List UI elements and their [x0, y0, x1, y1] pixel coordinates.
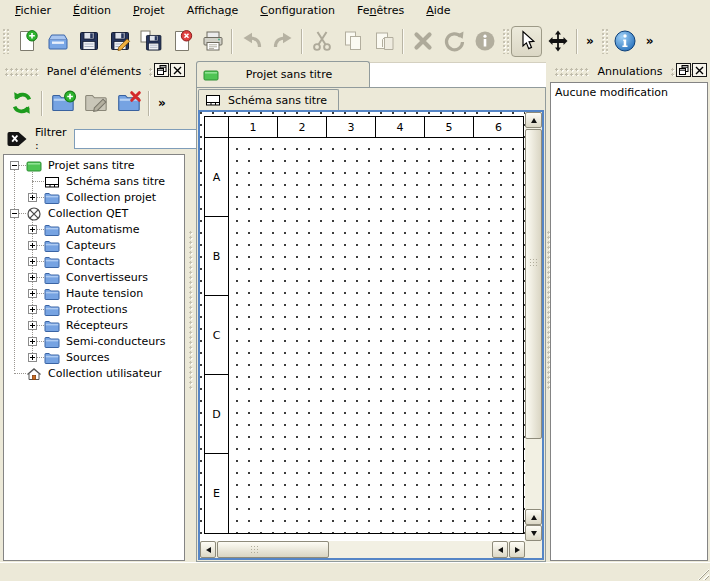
- row-header: C: [205, 296, 229, 375]
- tree-item[interactable]: Schéma sans titre: [4, 174, 184, 190]
- reload-collections-button[interactable]: [5, 86, 38, 120]
- save-as-button[interactable]: [104, 26, 135, 57]
- filter-label: Filtrer :: [35, 126, 67, 152]
- copy-button[interactable]: [337, 26, 368, 57]
- diagram-icon: [44, 174, 60, 190]
- tree-item[interactable]: Convertisseurs: [4, 270, 184, 286]
- menu-item-fenetres[interactable]: Fenêtres: [346, 1, 415, 21]
- delete-category-button[interactable]: [112, 86, 145, 120]
- toolbar-overflow-button[interactable]: »: [581, 34, 599, 48]
- float-panel-button[interactable]: [154, 63, 169, 77]
- toolbar-drag-handle[interactable]: [2, 28, 9, 54]
- scroll-left-button-2[interactable]: [492, 541, 508, 558]
- close-file-button[interactable]: [166, 26, 197, 57]
- vertical-scrollbar[interactable]: [525, 112, 542, 541]
- tree-expand-icon[interactable]: [28, 321, 37, 330]
- paste-button[interactable]: [368, 26, 399, 57]
- cut-button[interactable]: [306, 26, 337, 57]
- move-mode-button[interactable]: [542, 26, 573, 57]
- tree-item[interactable]: Collection utilisateur: [4, 366, 184, 382]
- vertical-scroll-thumb[interactable]: [525, 129, 542, 439]
- left-splitter[interactable]: [188, 60, 194, 562]
- edit-category-button[interactable]: [79, 86, 112, 120]
- tree-guide: [37, 357, 44, 358]
- menu-item-projet[interactable]: Projet: [122, 1, 176, 21]
- information-button[interactable]: [469, 26, 500, 57]
- tree-item[interactable]: Collection projet: [4, 190, 184, 206]
- tree-item[interactable]: Automatisme: [4, 222, 184, 238]
- resize-grip[interactable]: [696, 567, 709, 580]
- menu-item-edition[interactable]: Édition: [62, 1, 122, 21]
- tree-guide: [37, 229, 44, 230]
- scroll-up-button-2[interactable]: [525, 509, 542, 525]
- tree-item[interactable]: Sources: [4, 350, 184, 366]
- elements-panel-dock: Panel d'éléments » Filtrer : Projet sans…: [0, 60, 188, 562]
- column-header: 3: [327, 117, 376, 138]
- tree-expand-icon[interactable]: [28, 225, 37, 234]
- tree-expand-icon[interactable]: [28, 353, 37, 362]
- rotate-button[interactable]: [438, 26, 469, 57]
- tree-item[interactable]: Protections: [4, 302, 184, 318]
- clear-filter-button[interactable]: [7, 131, 28, 147]
- menu-item-aide[interactable]: Aide: [415, 1, 461, 21]
- redo-button[interactable]: [267, 26, 298, 57]
- scroll-right-button[interactable]: [509, 541, 525, 558]
- selection-mode-button[interactable]: [511, 26, 542, 57]
- tree-collapse-icon[interactable]: [10, 161, 19, 170]
- undo-panel-dock: Annulations Aucune modification: [550, 60, 710, 562]
- tree-item[interactable]: Collection QET: [4, 206, 184, 222]
- undo-history-list[interactable]: Aucune modification: [550, 82, 708, 561]
- save-all-button[interactable]: [135, 26, 166, 57]
- save-button[interactable]: [73, 26, 104, 57]
- tree-expand-icon[interactable]: [28, 273, 37, 282]
- close-panel-button[interactable]: [692, 63, 707, 77]
- toolbar-overflow-button[interactable]: »: [641, 34, 659, 48]
- undo-history-item[interactable]: Aucune modification: [555, 85, 703, 100]
- menu-item-affichage[interactable]: Affichage: [176, 1, 250, 21]
- tree-expand-icon[interactable]: [28, 337, 37, 346]
- tree-collapse-icon[interactable]: [10, 209, 19, 218]
- toolbar-drag-handle[interactable]: [601, 28, 608, 54]
- tree-item[interactable]: Projet sans titre: [4, 158, 184, 174]
- menu-bar: FichierÉditionProjetAffichageConfigurati…: [0, 0, 710, 22]
- tree-item-label: Capteurs: [66, 239, 116, 252]
- tree-expand-icon[interactable]: [28, 305, 37, 314]
- delete-button[interactable]: [407, 26, 438, 57]
- tree-item[interactable]: Haute tension: [4, 286, 184, 302]
- diagram-tab[interactable]: Schéma sans titre: [198, 89, 339, 110]
- print-button[interactable]: [197, 26, 228, 57]
- tree-item[interactable]: Récepteurs: [4, 318, 184, 334]
- tree-item[interactable]: Capteurs: [4, 238, 184, 254]
- home-icon: [26, 366, 42, 382]
- horizontal-scrollbar[interactable]: [200, 541, 525, 558]
- undo-panel-titlebar[interactable]: Annulations: [550, 62, 710, 80]
- column-header: 2: [278, 117, 327, 138]
- elements-tree[interactable]: Projet sans titreSchéma sans titreCollec…: [3, 154, 185, 561]
- new-category-button[interactable]: [46, 86, 79, 120]
- about-button[interactable]: [610, 26, 641, 57]
- float-panel-button[interactable]: [676, 63, 691, 77]
- horizontal-scroll-thumb[interactable]: [217, 541, 329, 558]
- scroll-left-button[interactable]: [200, 541, 216, 558]
- elements-panel-titlebar[interactable]: Panel d'éléments: [0, 62, 188, 80]
- menu-item-configuration[interactable]: Configuration: [249, 1, 346, 21]
- scroll-up-button[interactable]: [525, 112, 542, 128]
- new-document-button[interactable]: [11, 26, 42, 57]
- tree-expand-icon[interactable]: [28, 257, 37, 266]
- diagram-tab-label: Schéma sans titre: [228, 94, 327, 107]
- open-button[interactable]: [42, 26, 73, 57]
- panel-toolbar-overflow-button[interactable]: »: [153, 96, 171, 110]
- tree-expand-icon[interactable]: [28, 289, 37, 298]
- tree-item[interactable]: Contacts: [4, 254, 184, 270]
- toolbar-separator: [576, 29, 578, 54]
- tree-item[interactable]: Semi-conducteurs: [4, 334, 184, 350]
- scroll-down-button[interactable]: [525, 525, 542, 541]
- tree-expand-icon[interactable]: [28, 241, 37, 250]
- close-panel-button[interactable]: [170, 63, 185, 77]
- project-tab[interactable]: Projet sans titre: [196, 61, 370, 87]
- toolbar-drag-handle[interactable]: [502, 28, 509, 54]
- undo-button[interactable]: [236, 26, 267, 57]
- diagram-canvas[interactable]: 123456ABCDE: [200, 112, 525, 541]
- menu-item-fichier[interactable]: Fichier: [4, 1, 62, 21]
- tree-expand-icon[interactable]: [28, 193, 37, 202]
